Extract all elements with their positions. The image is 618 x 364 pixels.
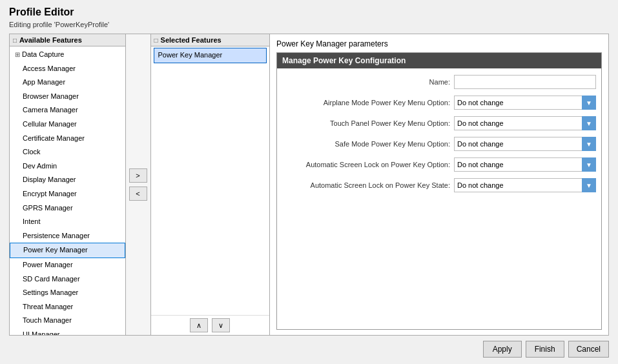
available-item-ui-manager[interactable]: UI Manager: [10, 328, 125, 335]
config-label-name: Name:: [282, 78, 450, 86]
available-item-label: Threat Manager: [23, 301, 73, 313]
available-item-encrypt-manager[interactable]: Encrypt Manager: [10, 187, 125, 201]
available-item-label: Dev Admin: [23, 161, 57, 172]
config-select-safe-mode[interactable]: Do not changeEnableDisable: [454, 137, 596, 151]
available-item-label: App Manager: [23, 77, 65, 88]
config-input-name[interactable]: [454, 75, 596, 89]
config-row-safe-mode: Safe Mode Power Key Menu Option:Do not c…: [282, 137, 596, 151]
expand-selected-icon: □: [154, 37, 158, 44]
config-label-safe-mode: Safe Mode Power Key Menu Option:: [282, 140, 450, 148]
available-item-touch-manager[interactable]: Touch Manager: [10, 314, 125, 328]
available-item-label: Power Manager: [23, 259, 73, 271]
config-box: Manage Power Key Configuration Name:Airp…: [276, 52, 602, 330]
available-item-app-manager[interactable]: App Manager: [10, 76, 125, 90]
config-row-touch-panel: Touch Panel Power Key Menu Option:Do not…: [282, 116, 596, 130]
cancel-button[interactable]: Cancel: [568, 341, 609, 358]
config-pane: Power Key Manager parameters Manage Powe…: [270, 34, 608, 335]
config-label-auto-screen-lock-state: Automatic Screen Lock on Power Key State…: [282, 181, 450, 189]
apply-button[interactable]: Apply: [483, 341, 522, 358]
select-wrapper-auto-screen-lock-state: Do not changeEnableDisable▼: [454, 178, 596, 192]
config-label-auto-screen-lock-option: Automatic Screen Lock on Power Key Optio…: [282, 161, 450, 168]
available-features-header: □ Available Features: [10, 34, 125, 46]
select-wrapper-auto-screen-lock-option: Do not changeEnableDisable▼: [454, 157, 596, 172]
available-item-label: GPRS Manager: [23, 203, 73, 214]
add-to-selected-button[interactable]: >: [129, 168, 147, 183]
config-label-airplane-mode: Airplane Mode Power Key Menu Option:: [282, 99, 450, 106]
available-item-label: Data Capture: [22, 49, 64, 61]
config-row-auto-screen-lock-state: Automatic Screen Lock on Power Key State…: [282, 178, 596, 192]
config-select-auto-screen-lock-state[interactable]: Do not changeEnableDisable: [454, 178, 596, 192]
config-body: Name:Airplane Mode Power Key Menu Option…: [277, 68, 601, 199]
selected-item-label: Power Key Manager: [158, 51, 223, 59]
available-item-camera-manager[interactable]: Camera Manager: [10, 103, 125, 117]
select-wrapper-airplane-mode: Do not changeEnableDisable▼: [454, 96, 596, 110]
config-box-header: Manage Power Key Configuration: [277, 53, 601, 68]
move-up-button[interactable]: ∧: [190, 318, 208, 332]
remove-from-selected-button[interactable]: <: [129, 187, 147, 201]
available-item-settings-manager[interactable]: Settings Manager: [10, 286, 125, 300]
available-item-label: Display Manager: [23, 174, 76, 186]
available-item-browser-manager[interactable]: Browser Manager: [10, 90, 125, 104]
expand-icon: □: [13, 37, 17, 44]
available-item-label: Persistence Manager: [23, 230, 90, 242]
config-select-touch-panel[interactable]: Do not changeEnableDisable: [454, 116, 596, 130]
available-item-display-manager[interactable]: Display Manager: [10, 173, 125, 187]
available-item-clock[interactable]: Clock: [10, 145, 125, 159]
available-item-label: Power Key Manager: [23, 245, 88, 256]
available-item-label: Certificate Manager: [23, 133, 85, 145]
selected-features-header: □ Selected Features: [151, 34, 270, 46]
config-select-airplane-mode[interactable]: Do not changeEnableDisable: [454, 96, 596, 110]
available-features-label: Available Features: [19, 36, 82, 44]
available-item-persistence-manager[interactable]: Persistence Manager: [10, 229, 125, 243]
available-item-sd-card-manager[interactable]: SD Card Manager: [10, 272, 125, 287]
selected-features-pane: □ Selected Features Power Key Manager ∧ …: [151, 34, 271, 335]
available-item-power-key-manager[interactable]: Power Key Manager: [10, 243, 125, 258]
available-item-label: Intent: [23, 216, 41, 228]
move-down-button[interactable]: ∨: [212, 318, 230, 332]
available-item-intent[interactable]: Intent: [10, 215, 125, 229]
available-item-label: Clock: [23, 147, 41, 158]
available-item-label: UI Manager: [23, 329, 59, 335]
config-select-auto-screen-lock-option[interactable]: Do not changeEnableDisable: [454, 157, 596, 172]
select-wrapper-safe-mode: Do not changeEnableDisable▼: [454, 137, 596, 151]
config-label-touch-panel: Touch Panel Power Key Menu Option:: [282, 119, 450, 127]
available-item-label: Camera Manager: [23, 105, 78, 116]
selected-features-label: Selected Features: [161, 36, 221, 44]
expand-icon: ⊞: [15, 50, 20, 60]
available-item-label: Access Manager: [23, 63, 76, 75]
reorder-buttons: ∧ ∨: [151, 315, 270, 335]
available-item-label: Browser Manager: [23, 91, 79, 103]
config-row-auto-screen-lock-option: Automatic Screen Lock on Power Key Optio…: [282, 157, 596, 172]
config-pane-title: Power Key Manager parameters: [276, 39, 602, 48]
finish-button[interactable]: Finish: [526, 341, 564, 358]
available-item-data-capture[interactable]: ⊞ Data Capture: [10, 48, 125, 62]
available-item-power-manager[interactable]: Power Manager: [10, 258, 125, 272]
available-item-label: SD Card Manager: [23, 274, 80, 285]
config-row-name: Name:: [282, 75, 596, 89]
available-item-threat-manager[interactable]: Threat Manager: [10, 300, 125, 314]
selected-features-list: Power Key Manager: [151, 46, 270, 315]
available-item-access-manager[interactable]: Access Manager: [10, 62, 125, 76]
select-wrapper-touch-panel: Do not changeEnableDisable▼: [454, 116, 596, 130]
transfer-buttons-column: > <: [126, 34, 151, 335]
available-item-label: Settings Manager: [23, 287, 78, 299]
page-title: Profile Editor: [9, 6, 609, 18]
selected-item-power-key-manager-sel[interactable]: Power Key Manager: [154, 48, 267, 63]
available-item-label: Touch Manager: [23, 315, 72, 327]
available-item-cellular-manager[interactable]: Cellular Manager: [10, 117, 125, 132]
available-item-certificate-manager[interactable]: Certificate Manager: [10, 132, 125, 146]
config-row-airplane-mode: Airplane Mode Power Key Menu Option:Do n…: [282, 96, 596, 110]
available-item-label: Encrypt Manager: [23, 188, 77, 200]
available-features-list: ⊞ Data CaptureAccess ManagerApp ManagerB…: [10, 46, 125, 335]
bottom-bar: Apply Finish Cancel: [9, 336, 609, 358]
available-item-label: Cellular Manager: [23, 119, 77, 130]
available-features-pane: □ Available Features ⊞ Data CaptureAcces…: [10, 34, 126, 335]
available-item-dev-admin[interactable]: Dev Admin: [10, 159, 125, 174]
page-subtitle: Editing profile 'PowerKeyProfile': [9, 21, 609, 28]
available-item-gprs-manager[interactable]: GPRS Manager: [10, 201, 125, 216]
